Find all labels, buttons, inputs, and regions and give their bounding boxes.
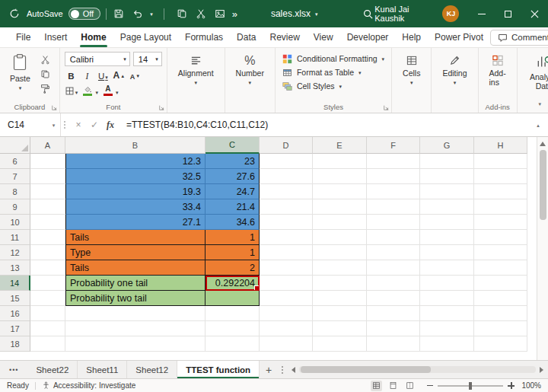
cell-H7[interactable] xyxy=(474,169,527,184)
fill-color-button[interactable] xyxy=(81,84,98,97)
collapse-ribbon-icon[interactable] xyxy=(538,101,541,107)
decrease-font-button[interactable]: A▼ xyxy=(129,69,142,81)
cell-B18[interactable] xyxy=(65,336,206,352)
menu-tab-review[interactable]: Review xyxy=(263,27,306,47)
menu-tab-page-layout[interactable]: Page Layout xyxy=(113,27,178,47)
search-icon[interactable] xyxy=(362,7,374,21)
cell-C13[interactable]: 2 xyxy=(206,260,260,276)
cell-D18[interactable] xyxy=(260,336,313,352)
cell-A11[interactable] xyxy=(30,230,65,245)
cell-B6[interactable]: 12.3 xyxy=(65,154,206,169)
cell-G18[interactable] xyxy=(420,336,474,352)
page-layout-view-icon[interactable] xyxy=(387,381,399,391)
maximize-button[interactable] xyxy=(495,0,521,27)
zoom-slider[interactable] xyxy=(438,385,503,387)
accessibility-status[interactable]: Accessibility: Investigate xyxy=(42,381,135,390)
cell-D13[interactable] xyxy=(260,260,313,276)
row-header-8[interactable]: 8 xyxy=(0,184,30,199)
cell-E12[interactable] xyxy=(313,245,367,260)
cell-H12[interactable] xyxy=(474,245,527,260)
cell-E14[interactable] xyxy=(313,276,367,291)
cell-D9[interactable] xyxy=(260,199,313,215)
cell-B13[interactable]: Tails xyxy=(65,260,206,276)
cell-H15[interactable] xyxy=(474,291,527,306)
increase-font-button[interactable]: A▲ xyxy=(113,69,126,81)
cell-H8[interactable] xyxy=(474,184,527,199)
cell-G10[interactable] xyxy=(420,215,474,230)
avatar[interactable]: KJ xyxy=(442,5,459,22)
undo-menu-chevron-icon[interactable] xyxy=(150,11,153,17)
cell-F11[interactable] xyxy=(367,230,420,245)
menu-tab-power-pivot[interactable]: Power Pivot xyxy=(428,27,490,47)
cell-E9[interactable] xyxy=(313,199,367,215)
cell-B14[interactable]: Probability one tail xyxy=(65,276,206,291)
sheet-nav-overflow[interactable]: ••• xyxy=(0,361,27,378)
cell-C17[interactable] xyxy=(206,321,260,336)
row-header-7[interactable]: 7 xyxy=(0,169,30,184)
cell-B9[interactable]: 33.4 xyxy=(65,199,206,215)
alignment-button[interactable]: Alignment xyxy=(172,52,220,100)
cell-F8[interactable] xyxy=(367,184,420,199)
cell-G6[interactable] xyxy=(420,154,474,169)
row-header-16[interactable]: 16 xyxy=(0,306,30,321)
row-header-9[interactable]: 9 xyxy=(0,199,30,215)
cell-F10[interactable] xyxy=(367,215,420,230)
tab-splitter-grip[interactable] xyxy=(278,361,287,378)
copy-icon[interactable] xyxy=(39,69,52,80)
normal-view-icon[interactable] xyxy=(371,381,382,391)
zoom-out-icon[interactable] xyxy=(427,385,433,387)
cell-B10[interactable]: 27.1 xyxy=(65,215,206,230)
cell-G16[interactable] xyxy=(420,306,474,321)
cell-B7[interactable]: 32.5 xyxy=(65,169,206,184)
format-as-table-button[interactable]: Format as Table xyxy=(280,65,387,79)
cell-B11[interactable]: Tails xyxy=(65,230,206,245)
cell-F14[interactable] xyxy=(367,276,420,291)
cell-F7[interactable] xyxy=(367,169,420,184)
cell-F13[interactable] xyxy=(367,260,420,276)
cell-G15[interactable] xyxy=(420,291,474,306)
cell-E10[interactable] xyxy=(313,215,367,230)
cell-A14[interactable] xyxy=(30,276,65,291)
zoom-slider-knob[interactable] xyxy=(469,382,472,390)
horizontal-scrollbar-thumb[interactable] xyxy=(301,366,431,373)
cell-G7[interactable] xyxy=(420,169,474,184)
user-name[interactable]: Kunal Jai Kaushik xyxy=(374,5,435,23)
cell-F16[interactable] xyxy=(367,306,420,321)
document-title[interactable]: sales.xlsx xyxy=(271,8,318,19)
format-painter-icon[interactable] xyxy=(39,83,52,94)
cell-E8[interactable] xyxy=(313,184,367,199)
cell-H16[interactable] xyxy=(474,306,527,321)
cell-H10[interactable] xyxy=(474,215,527,230)
menu-tab-data[interactable]: Data xyxy=(230,27,263,47)
horizontal-scrollbar[interactable] xyxy=(287,361,548,378)
number-button[interactable]: % Number xyxy=(230,52,270,100)
bold-button[interactable]: B xyxy=(65,69,78,81)
cell-A9[interactable] xyxy=(30,199,65,215)
cut-icon[interactable] xyxy=(39,54,52,65)
cell-D12[interactable] xyxy=(260,245,313,260)
row-header-17[interactable]: 17 xyxy=(0,321,30,336)
horizontal-scrollbar-track[interactable] xyxy=(299,366,536,373)
picture-icon[interactable] xyxy=(213,7,227,21)
styles-dialog-launcher-icon[interactable] xyxy=(384,105,389,110)
menu-tab-file[interactable]: File xyxy=(9,27,37,47)
cell-A13[interactable] xyxy=(30,260,65,276)
cell-E18[interactable] xyxy=(313,336,367,352)
more-commands-icon[interactable]: » xyxy=(232,9,237,19)
menu-tab-help[interactable]: Help xyxy=(395,27,428,47)
copy-icon[interactable] xyxy=(175,7,189,21)
cell-G13[interactable] xyxy=(420,260,474,276)
vertical-scrollbar[interactable] xyxy=(537,137,548,360)
font-color-button[interactable]: A xyxy=(101,84,119,97)
cell-F6[interactable] xyxy=(367,154,420,169)
cells-button[interactable]: Cells xyxy=(397,52,426,100)
cell-C10[interactable]: 34.6 xyxy=(206,215,260,230)
cell-A18[interactable] xyxy=(30,336,65,352)
save-icon[interactable] xyxy=(112,7,126,21)
borders-button[interactable] xyxy=(65,84,78,97)
cell-F18[interactable] xyxy=(367,336,420,352)
cell-F15[interactable] xyxy=(367,291,420,306)
cut-icon[interactable] xyxy=(194,7,208,21)
cell-G8[interactable] xyxy=(420,184,474,199)
cell-D8[interactable] xyxy=(260,184,313,199)
